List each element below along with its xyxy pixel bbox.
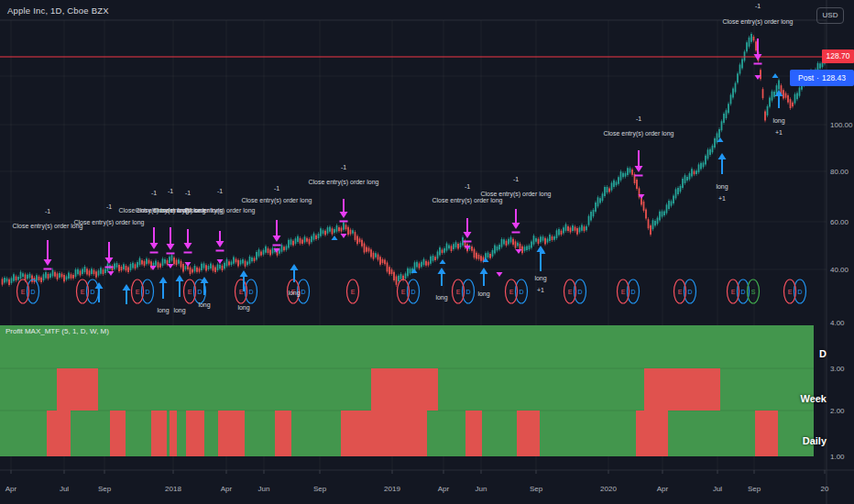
svg-text:D: D — [797, 289, 802, 295]
svg-text:40.00: 40.00 — [830, 266, 849, 274]
svg-text:-1: -1 — [274, 185, 279, 192]
indicator-red-block — [151, 411, 167, 456]
svg-text:E: E — [351, 289, 356, 295]
svg-text:Sep: Sep — [98, 485, 112, 493]
svg-text:-1: -1 — [106, 203, 112, 210]
indicator-red-block — [465, 411, 482, 456]
indicator-red-block — [275, 411, 291, 456]
svg-text:+1: +1 — [537, 287, 544, 293]
svg-text:Apr: Apr — [657, 485, 669, 493]
svg-text:long: long — [435, 294, 447, 301]
svg-text:Close entry(s) order long: Close entry(s) order long — [722, 18, 793, 26]
svg-text:2020: 2020 — [600, 485, 617, 493]
indicator-row-label-week: Week — [800, 393, 827, 404]
indicator-red-block — [371, 368, 438, 411]
svg-text:-1: -1 — [636, 115, 641, 122]
svg-text:-1: -1 — [513, 176, 519, 182]
indicator-red-block — [636, 411, 668, 456]
post-label: Post — [798, 73, 814, 82]
indicator-red-block — [341, 411, 427, 456]
chart-canvas[interactable]: 100.0080.0060.0040.004.003.002.001.00Apr… — [0, 0, 854, 504]
svg-text:E: E — [621, 289, 626, 295]
svg-text:Sep: Sep — [313, 485, 327, 493]
svg-text:3.00: 3.00 — [830, 365, 845, 373]
svg-text:Close entry(s) order long: Close entry(s) order long — [432, 197, 502, 204]
svg-text:E: E — [788, 289, 793, 295]
symbol-title: Apple Inc, 1D, Cboe BZX — [7, 5, 109, 16]
svg-text:Sep: Sep — [748, 485, 761, 493]
svg-text:D: D — [740, 289, 745, 295]
svg-text:D: D — [90, 289, 94, 295]
indicator-red-block — [517, 411, 540, 456]
svg-text:Jun: Jun — [258, 485, 270, 493]
svg-text:1.00: 1.00 — [830, 453, 845, 461]
svg-text:Close entry(s) order long: Close entry(s) order long — [308, 179, 378, 186]
svg-text:+1: +1 — [775, 129, 783, 136]
indicator-red-block — [170, 411, 177, 456]
svg-text:4.00: 4.00 — [830, 319, 845, 327]
svg-text:-1: -1 — [45, 208, 50, 214]
svg-text:Close entry(s) order long: Close entry(s) order long — [241, 197, 312, 204]
svg-text:-1: -1 — [341, 164, 346, 170]
svg-text:E: E — [188, 289, 192, 295]
svg-text:long: long — [534, 275, 546, 282]
post-separator: · — [816, 73, 819, 82]
svg-text:long: long — [772, 117, 784, 125]
svg-text:Apr: Apr — [221, 485, 233, 493]
svg-text:2019: 2019 — [384, 485, 400, 493]
currency-toggle-button[interactable]: USD — [816, 7, 844, 24]
svg-text:Sep: Sep — [530, 485, 543, 493]
svg-text:E: E — [678, 289, 683, 295]
svg-text:Close entry(s) order long: Close entry(s) order long — [12, 223, 82, 230]
svg-text:long: long — [288, 290, 300, 297]
svg-text:D: D — [301, 289, 305, 295]
svg-text:E: E — [509, 289, 514, 295]
indicator-red-block — [186, 411, 204, 456]
svg-text:long: long — [477, 290, 489, 298]
svg-text:D: D — [411, 289, 415, 295]
indicator-row-label-daily: Daily — [803, 435, 827, 446]
svg-text:-1: -1 — [151, 190, 157, 196]
svg-text:E: E — [568, 289, 573, 295]
svg-text:Jun: Jun — [476, 485, 487, 493]
svg-text:-1: -1 — [465, 183, 470, 190]
indicator-red-block — [644, 368, 720, 411]
svg-text:-1: -1 — [168, 188, 173, 194]
indicator-red-block — [218, 411, 245, 456]
svg-text:60.00: 60.00 — [830, 218, 849, 226]
svg-text:long: long — [716, 183, 728, 191]
svg-text:S: S — [751, 289, 756, 295]
svg-text:E: E — [731, 289, 736, 295]
svg-text:Close entry(s) order long: Close entry(s) order long — [184, 207, 255, 214]
svg-text:100.00: 100.00 — [830, 121, 853, 129]
svg-text:Jul: Jul — [60, 485, 69, 493]
svg-text:D: D — [519, 289, 523, 295]
indicator-panel — [0, 325, 814, 456]
svg-text:D: D — [197, 289, 202, 295]
svg-text:D: D — [465, 289, 470, 295]
svg-text:E: E — [81, 289, 85, 295]
svg-text:Close entry(s) order long: Close entry(s) order long — [603, 130, 673, 137]
svg-text:-1: -1 — [185, 190, 191, 196]
svg-text:D: D — [145, 289, 149, 295]
svg-text:Close entry(s) order long: Close entry(s) order long — [480, 191, 551, 198]
indicator-red-block — [755, 411, 778, 456]
indicator-red-block — [57, 368, 98, 411]
svg-text:E: E — [21, 289, 26, 295]
svg-text:long: long — [237, 304, 249, 312]
post-market-badge: Post · 128.43 — [790, 70, 854, 86]
svg-text:80.00: 80.00 — [830, 168, 849, 176]
svg-text:Jul: Jul — [713, 485, 722, 493]
svg-text:E: E — [239, 289, 244, 295]
svg-text:E: E — [456, 289, 461, 295]
indicator-title: Profit MAX_MTF (5, 1, D, W, M) — [5, 327, 109, 335]
svg-text:E: E — [136, 289, 140, 295]
svg-text:D: D — [577, 289, 582, 295]
svg-text:D: D — [687, 289, 692, 295]
indicator-red-block — [47, 411, 71, 456]
indicator-red-block — [110, 411, 126, 456]
svg-text:+1: +1 — [718, 195, 726, 202]
svg-text:-1: -1 — [217, 188, 223, 194]
indicator-row-label-d: D — [819, 348, 827, 359]
svg-text:-1: -1 — [755, 3, 761, 9]
